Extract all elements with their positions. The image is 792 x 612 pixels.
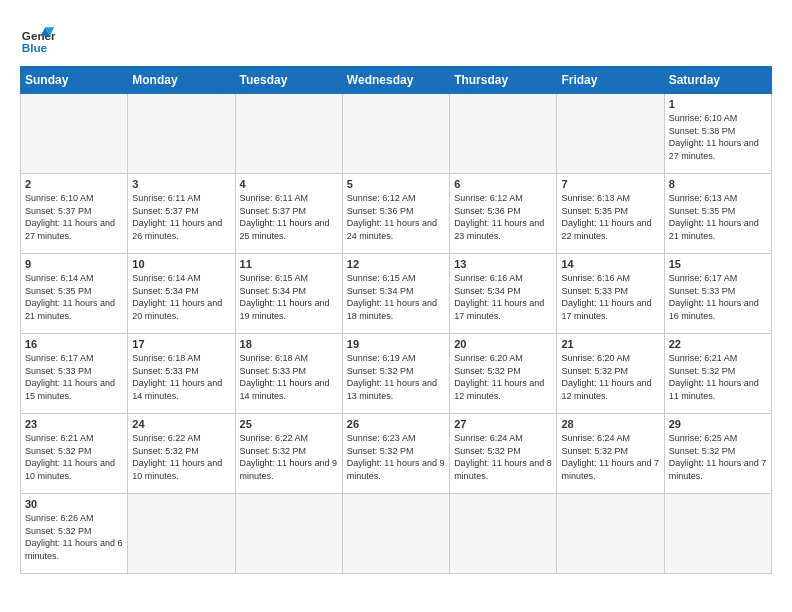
day-info: Sunrise: 6:16 AMSunset: 5:34 PMDaylight:… [454, 272, 552, 322]
calendar-header: SundayMondayTuesdayWednesdayThursdayFrid… [21, 67, 772, 94]
week-row-1: 2Sunrise: 6:10 AMSunset: 5:37 PMDaylight… [21, 174, 772, 254]
day-info: Sunrise: 6:12 AMSunset: 5:36 PMDaylight:… [347, 192, 445, 242]
day-cell [342, 494, 449, 574]
calendar-table: SundayMondayTuesdayWednesdayThursdayFrid… [20, 66, 772, 574]
day-info: Sunrise: 6:11 AMSunset: 5:37 PMDaylight:… [132, 192, 230, 242]
day-number: 19 [347, 338, 445, 350]
day-number: 5 [347, 178, 445, 190]
day-info: Sunrise: 6:19 AMSunset: 5:32 PMDaylight:… [347, 352, 445, 402]
day-info: Sunrise: 6:23 AMSunset: 5:32 PMDaylight:… [347, 432, 445, 482]
day-number: 21 [561, 338, 659, 350]
day-cell [21, 94, 128, 174]
day-info: Sunrise: 6:13 AMSunset: 5:35 PMDaylight:… [561, 192, 659, 242]
day-cell: 19Sunrise: 6:19 AMSunset: 5:32 PMDayligh… [342, 334, 449, 414]
day-number: 20 [454, 338, 552, 350]
day-cell [664, 494, 771, 574]
day-info: Sunrise: 6:20 AMSunset: 5:32 PMDaylight:… [454, 352, 552, 402]
day-info: Sunrise: 6:25 AMSunset: 5:32 PMDaylight:… [669, 432, 767, 482]
day-number: 10 [132, 258, 230, 270]
day-number: 18 [240, 338, 338, 350]
day-number: 15 [669, 258, 767, 270]
day-cell: 14Sunrise: 6:16 AMSunset: 5:33 PMDayligh… [557, 254, 664, 334]
header-cell-wednesday: Wednesday [342, 67, 449, 94]
day-number: 7 [561, 178, 659, 190]
day-info: Sunrise: 6:13 AMSunset: 5:35 PMDaylight:… [669, 192, 767, 242]
day-info: Sunrise: 6:18 AMSunset: 5:33 PMDaylight:… [240, 352, 338, 402]
day-number: 24 [132, 418, 230, 430]
day-number: 13 [454, 258, 552, 270]
week-row-2: 9Sunrise: 6:14 AMSunset: 5:35 PMDaylight… [21, 254, 772, 334]
day-cell: 29Sunrise: 6:25 AMSunset: 5:32 PMDayligh… [664, 414, 771, 494]
day-number: 29 [669, 418, 767, 430]
day-cell: 4Sunrise: 6:11 AMSunset: 5:37 PMDaylight… [235, 174, 342, 254]
day-cell: 28Sunrise: 6:24 AMSunset: 5:32 PMDayligh… [557, 414, 664, 494]
day-cell: 12Sunrise: 6:15 AMSunset: 5:34 PMDayligh… [342, 254, 449, 334]
day-cell [342, 94, 449, 174]
header-cell-thursday: Thursday [450, 67, 557, 94]
day-cell: 10Sunrise: 6:14 AMSunset: 5:34 PMDayligh… [128, 254, 235, 334]
day-info: Sunrise: 6:18 AMSunset: 5:33 PMDaylight:… [132, 352, 230, 402]
day-cell: 18Sunrise: 6:18 AMSunset: 5:33 PMDayligh… [235, 334, 342, 414]
week-row-5: 30Sunrise: 6:26 AMSunset: 5:32 PMDayligh… [21, 494, 772, 574]
day-cell: 27Sunrise: 6:24 AMSunset: 5:32 PMDayligh… [450, 414, 557, 494]
day-number: 11 [240, 258, 338, 270]
day-info: Sunrise: 6:14 AMSunset: 5:35 PMDaylight:… [25, 272, 123, 322]
day-info: Sunrise: 6:17 AMSunset: 5:33 PMDaylight:… [669, 272, 767, 322]
day-cell: 1Sunrise: 6:10 AMSunset: 5:38 PMDaylight… [664, 94, 771, 174]
day-cell: 8Sunrise: 6:13 AMSunset: 5:35 PMDaylight… [664, 174, 771, 254]
day-cell: 9Sunrise: 6:14 AMSunset: 5:35 PMDaylight… [21, 254, 128, 334]
logo: General Blue [20, 20, 56, 56]
day-info: Sunrise: 6:10 AMSunset: 5:38 PMDaylight:… [669, 112, 767, 162]
day-number: 27 [454, 418, 552, 430]
day-number: 3 [132, 178, 230, 190]
day-info: Sunrise: 6:15 AMSunset: 5:34 PMDaylight:… [347, 272, 445, 322]
day-cell [557, 494, 664, 574]
svg-text:Blue: Blue [22, 41, 48, 54]
day-number: 1 [669, 98, 767, 110]
header-cell-sunday: Sunday [21, 67, 128, 94]
day-number: 22 [669, 338, 767, 350]
day-number: 4 [240, 178, 338, 190]
day-number: 30 [25, 498, 123, 510]
day-info: Sunrise: 6:24 AMSunset: 5:32 PMDaylight:… [454, 432, 552, 482]
day-number: 14 [561, 258, 659, 270]
day-number: 23 [25, 418, 123, 430]
day-number: 6 [454, 178, 552, 190]
week-row-4: 23Sunrise: 6:21 AMSunset: 5:32 PMDayligh… [21, 414, 772, 494]
day-cell: 22Sunrise: 6:21 AMSunset: 5:32 PMDayligh… [664, 334, 771, 414]
day-info: Sunrise: 6:16 AMSunset: 5:33 PMDaylight:… [561, 272, 659, 322]
day-info: Sunrise: 6:24 AMSunset: 5:32 PMDaylight:… [561, 432, 659, 482]
header-cell-monday: Monday [128, 67, 235, 94]
day-cell [450, 94, 557, 174]
day-info: Sunrise: 6:21 AMSunset: 5:32 PMDaylight:… [669, 352, 767, 402]
day-info: Sunrise: 6:20 AMSunset: 5:32 PMDaylight:… [561, 352, 659, 402]
day-number: 25 [240, 418, 338, 430]
day-cell: 6Sunrise: 6:12 AMSunset: 5:36 PMDaylight… [450, 174, 557, 254]
week-row-3: 16Sunrise: 6:17 AMSunset: 5:33 PMDayligh… [21, 334, 772, 414]
day-info: Sunrise: 6:22 AMSunset: 5:32 PMDaylight:… [132, 432, 230, 482]
page-header: General Blue [20, 20, 772, 56]
day-cell: 13Sunrise: 6:16 AMSunset: 5:34 PMDayligh… [450, 254, 557, 334]
day-number: 26 [347, 418, 445, 430]
day-cell [235, 494, 342, 574]
day-cell: 7Sunrise: 6:13 AMSunset: 5:35 PMDaylight… [557, 174, 664, 254]
day-cell: 30Sunrise: 6:26 AMSunset: 5:32 PMDayligh… [21, 494, 128, 574]
day-info: Sunrise: 6:22 AMSunset: 5:32 PMDaylight:… [240, 432, 338, 482]
day-cell: 16Sunrise: 6:17 AMSunset: 5:33 PMDayligh… [21, 334, 128, 414]
day-cell: 2Sunrise: 6:10 AMSunset: 5:37 PMDaylight… [21, 174, 128, 254]
day-cell: 26Sunrise: 6:23 AMSunset: 5:32 PMDayligh… [342, 414, 449, 494]
day-number: 28 [561, 418, 659, 430]
calendar-body: 1Sunrise: 6:10 AMSunset: 5:38 PMDaylight… [21, 94, 772, 574]
day-cell: 20Sunrise: 6:20 AMSunset: 5:32 PMDayligh… [450, 334, 557, 414]
day-number: 12 [347, 258, 445, 270]
day-info: Sunrise: 6:26 AMSunset: 5:32 PMDaylight:… [25, 512, 123, 562]
day-cell: 11Sunrise: 6:15 AMSunset: 5:34 PMDayligh… [235, 254, 342, 334]
day-info: Sunrise: 6:17 AMSunset: 5:33 PMDaylight:… [25, 352, 123, 402]
day-cell: 5Sunrise: 6:12 AMSunset: 5:36 PMDaylight… [342, 174, 449, 254]
day-info: Sunrise: 6:14 AMSunset: 5:34 PMDaylight:… [132, 272, 230, 322]
day-number: 17 [132, 338, 230, 350]
day-number: 16 [25, 338, 123, 350]
day-cell [235, 94, 342, 174]
day-info: Sunrise: 6:11 AMSunset: 5:37 PMDaylight:… [240, 192, 338, 242]
header-cell-friday: Friday [557, 67, 664, 94]
